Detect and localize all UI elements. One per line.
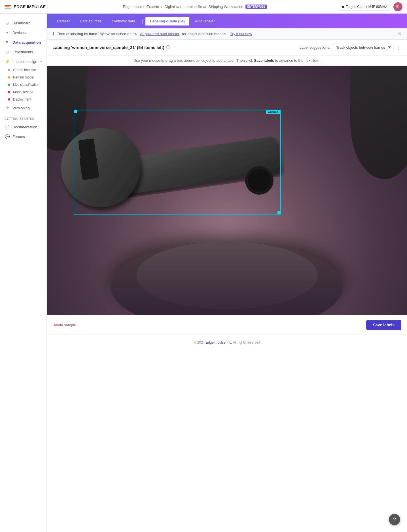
- bg-shape-right: [350, 66, 407, 179]
- suggestions-select[interactable]: Track objects between frames: [333, 44, 393, 51]
- alert-text2: for object detection models.: [182, 32, 227, 36]
- sidebar-submenu-model-testing[interactable]: Model testing: [0, 88, 46, 96]
- retrain-model-dot: [8, 76, 10, 78]
- target-label: Target: Cortex-M4F 80MHz: [346, 5, 387, 9]
- tab-auto-labeler[interactable]: Auto-labeler: [190, 17, 219, 25]
- getting-started-section: GETTING STARTED: [0, 113, 46, 122]
- logo-line-orange: [5, 6, 10, 7]
- help-fab-button[interactable]: ?: [389, 514, 400, 525]
- sidebar-item-experiments[interactable]: ⊞ Experiments: [0, 47, 46, 57]
- sidebar-label-live-classification: Live classification: [13, 83, 39, 87]
- sidebar-label-impulse-design: Impulse design: [12, 59, 37, 64]
- breadcrumb-part1: Edge Impulse Experts: [123, 5, 159, 9]
- image-canvas[interactable]: wrench: [47, 66, 407, 315]
- layout: ⊞ Dashboard ▪ Devices ≡ Data acquisition…: [0, 0, 407, 532]
- tab-bar: Dataset Data sources Synthetic data | La…: [47, 14, 407, 28]
- breadcrumb-separator: /: [161, 5, 162, 9]
- enterprise-badge: ENTERPRISE: [245, 5, 267, 9]
- tab-labeling-queue[interactable]: Labeling queue (54): [145, 17, 189, 25]
- label-suggestions-label: Label suggestions:: [300, 45, 330, 50]
- sidebar-item-forums[interactable]: 💬 Forums: [0, 132, 46, 141]
- footer-text: © 2024: [194, 341, 205, 344]
- svg-rect-5: [78, 138, 96, 159]
- topbar-actions: ■ Target: Cortex-M4F 80MHz EI: [339, 2, 402, 11]
- labeling-header: Labeling 'wrench_omniverse_sample_21' (5…: [47, 40, 407, 56]
- image-canvas-wrap: wrench: [47, 66, 407, 315]
- main-content: Dataset Data sources Synthetic data | La…: [47, 14, 407, 532]
- wrench-svg: [52, 100, 296, 253]
- sidebar-label-documentation: Documentation: [12, 125, 37, 129]
- logo: EDGE IMPULSE: [5, 4, 51, 9]
- sidebar-label-dashboard: Dashboard: [12, 21, 31, 25]
- deployment-dot: [8, 98, 10, 101]
- sidebar-submenu-create-impulse[interactable]: Create impulse: [0, 66, 46, 74]
- label-suggestions: Label suggestions: Track objects between…: [300, 44, 401, 51]
- footer: © 2024 EdgeImpulse Inc. All rights reser…: [47, 335, 407, 350]
- sidebar-label-create-impulse: Create impulse: [13, 68, 36, 72]
- sidebar: ⊞ Dashboard ▪ Devices ≡ Data acquisition…: [0, 14, 47, 532]
- devices-icon: ▪: [5, 30, 10, 35]
- footer-text2: All rights reserved: [233, 341, 260, 344]
- create-impulse-dot: [8, 69, 10, 71]
- target-button[interactable]: ■ Target: Cortex-M4F 80MHz: [339, 3, 390, 11]
- label-info-icon[interactable]: ⓘ: [166, 45, 170, 50]
- logo-text: EDGE IMPULSE: [14, 4, 46, 9]
- sidebar-label-deployment: Deployment: [13, 97, 31, 101]
- sidebar-submenu-retrain-model[interactable]: Retrain model: [0, 74, 46, 81]
- svg-point-1: [56, 123, 145, 212]
- topbar: EDGE IMPULSE Edge Impulse Experts / Digi…: [0, 0, 407, 14]
- more-options-icon[interactable]: ⋮: [396, 44, 401, 51]
- sidebar-label-forums: Forums: [12, 135, 25, 139]
- instruction-bold: Save labels: [254, 58, 274, 63]
- sidebar-label-devices: Devices: [12, 31, 26, 35]
- breadcrumb-part2: Digital twin-enabled Smart Shipping Work…: [164, 5, 243, 9]
- tab-dataset[interactable]: Dataset: [52, 17, 74, 25]
- impulse-design-icon: ⚡: [5, 59, 10, 64]
- tab-data-sources[interactable]: Data sources: [75, 17, 106, 25]
- forums-icon: 💬: [5, 134, 10, 139]
- tab-synthetic-data[interactable]: Synthetic data: [107, 17, 139, 25]
- sidebar-label-versioning: Versioning: [12, 106, 30, 110]
- avatar[interactable]: EI: [393, 2, 402, 11]
- sidebar-submenu-deployment[interactable]: Deployment: [0, 96, 46, 103]
- alert-text3: .: [255, 32, 256, 36]
- sidebar-item-devices[interactable]: ▪ Devices: [0, 28, 46, 37]
- alert-icon: ℹ: [52, 31, 54, 37]
- data-acquisition-icon: ≡: [5, 40, 10, 45]
- alert-text: Tired of labeling by hand? We've launche…: [57, 32, 137, 36]
- experiments-icon: ⊞: [5, 49, 10, 54]
- alert-close-button[interactable]: ✕: [398, 31, 401, 37]
- breadcrumb: Edge Impulse Experts / Digital twin-enab…: [51, 5, 339, 9]
- instruction-text: Use your mouse to drag a box around an o…: [47, 56, 407, 66]
- alert-link-try[interactable]: Try it out now: [230, 32, 252, 36]
- footer-link[interactable]: EdgeImpulse Inc.: [206, 341, 232, 344]
- dashboard-icon: ⊞: [5, 20, 10, 25]
- alert-link-auto-labeler[interactable]: AI-powered auto-labeler: [140, 32, 179, 36]
- sidebar-item-impulse-design[interactable]: ⚡ Impulse design ▾: [0, 57, 46, 66]
- sidebar-item-data-acquisition[interactable]: ≡ Data acquisition: [0, 37, 46, 47]
- alert-bar: ℹ Tired of labeling by hand? We've launc…: [47, 28, 407, 40]
- delete-sample-button[interactable]: Delete sample: [52, 321, 76, 329]
- sidebar-item-documentation[interactable]: 📄 Documentation: [0, 122, 46, 132]
- sidebar-item-dashboard[interactable]: ⊞ Dashboard: [0, 18, 46, 28]
- sidebar-label-experiments: Experiments: [12, 50, 33, 54]
- expand-icon: ▾: [40, 59, 42, 63]
- target-icon: ■: [342, 5, 344, 9]
- logo-line-red: [5, 5, 11, 6]
- sidebar-item-versioning[interactable]: ⟳ Versioning: [0, 103, 46, 113]
- logo-line-blue: [5, 8, 11, 8]
- label-title: Labeling 'wrench_omniverse_sample_21' (5…: [52, 45, 170, 50]
- live-classification-dot: [8, 84, 10, 86]
- documentation-icon: 📄: [5, 124, 10, 129]
- sidebar-submenu-live-classification[interactable]: Live classification: [0, 81, 46, 88]
- label-title-text: Labeling 'wrench_omniverse_sample_21' (5…: [52, 45, 164, 50]
- save-labels-button[interactable]: Save labels: [366, 320, 401, 330]
- wrench-scene: wrench: [47, 66, 407, 315]
- sidebar-label-model-testing: Model testing: [13, 90, 33, 94]
- svg-rect-2: [79, 155, 99, 180]
- sidebar-label-data-acquisition: Data acquisition: [12, 40, 41, 44]
- logo-icon: [5, 5, 11, 8]
- sidebar-label-retrain-model: Retrain model: [13, 75, 34, 79]
- action-bar: Delete sample Save labels: [47, 315, 407, 335]
- tab-divider: |: [142, 18, 143, 24]
